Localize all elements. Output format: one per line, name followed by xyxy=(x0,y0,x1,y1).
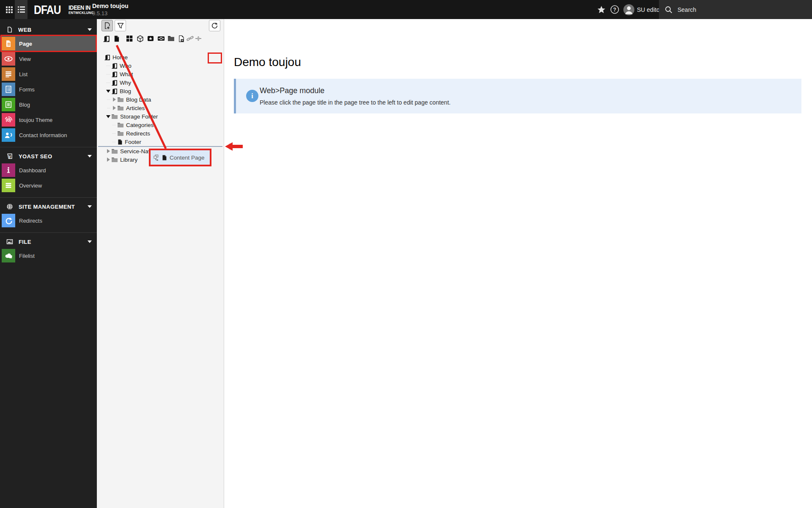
page-tree-panel: Columns ⌄ xyxy=(97,19,224,508)
expander-closed-icon[interactable] xyxy=(111,105,117,111)
drag-indicator-icon xyxy=(153,155,159,161)
eye-icon xyxy=(2,52,15,66)
sidebar-item-contact-information[interactable]: Contact Information xyxy=(0,127,97,143)
tree-node-blog-data[interactable]: Blog Data xyxy=(97,95,224,104)
forms-icon xyxy=(2,83,15,96)
sidebar-item-blog[interactable]: Blog xyxy=(0,97,97,112)
page-tree: Home Who What Why Blog Blog Data xyxy=(97,53,224,164)
module-sidebar: WEB Page View List Forms Blog to xyxy=(0,19,97,508)
tree-node-articles[interactable]: Articles xyxy=(97,104,224,112)
bars-icon xyxy=(2,179,15,192)
drag-ghost-content-page[interactable]: Content Page xyxy=(149,149,211,166)
expander-closed-icon[interactable] xyxy=(111,97,117,102)
refresh-button[interactable] xyxy=(209,20,220,31)
sidebar-item-toujou-theme[interactable]: toujou Theme xyxy=(0,112,97,127)
gallery-page-icon[interactable] xyxy=(157,35,165,42)
sidebar-item-redirects[interactable]: Redirects xyxy=(0,213,97,228)
callout-body: Please click the page title in the page … xyxy=(260,99,450,106)
new-page-button[interactable] xyxy=(102,20,113,31)
star-page-icon[interactable] xyxy=(147,35,154,42)
sidebar-item-page[interactable]: Page xyxy=(0,36,97,51)
section-header-file[interactable]: FILE xyxy=(0,235,97,248)
list-icon xyxy=(2,67,15,81)
drag-ghost-label: Content Page xyxy=(170,155,205,161)
module-menu-icon xyxy=(18,6,25,13)
shortcut-page-icon[interactable] xyxy=(178,35,184,42)
site-meta: Demo toujou 9.5.13 xyxy=(92,3,129,17)
sidebar-item-overview[interactable]: Overview xyxy=(0,178,97,193)
main-content: Demo toujou i Web>Page module Please cli… xyxy=(224,19,812,508)
folder-icon xyxy=(111,157,118,163)
section-header-yoast-seo[interactable]: y YOAST SEO xyxy=(0,150,97,163)
yoast-icon: y xyxy=(6,153,13,160)
svg-text:?: ? xyxy=(613,7,616,13)
page-module-icon xyxy=(2,37,15,50)
sidebar-item-list[interactable]: List xyxy=(0,66,97,82)
door-page-icon[interactable] xyxy=(103,35,110,42)
door-page-icon xyxy=(111,88,118,94)
filter-button[interactable] xyxy=(115,20,126,31)
tree-node-redirects[interactable]: Redirects xyxy=(97,129,224,138)
tree-node-footer[interactable]: Footer xyxy=(97,138,224,146)
tree-node-who[interactable]: Who xyxy=(97,61,224,70)
tree-node-categories[interactable]: Categories xyxy=(97,121,224,129)
refresh-icon xyxy=(211,22,218,29)
info-callout: i Web>Page module Please click the page … xyxy=(234,79,801,113)
search-icon xyxy=(665,6,672,14)
tree-node-home[interactable]: Home xyxy=(97,53,224,61)
filelist-cloud-icon xyxy=(2,249,15,262)
bookmark-star-icon[interactable] xyxy=(595,0,607,19)
apps-grid-icon[interactable] xyxy=(3,0,15,19)
expander-closed-icon[interactable] xyxy=(105,148,111,154)
expander-open-icon[interactable] xyxy=(105,88,111,94)
topbar: DFAU IDEEN IN ENTWICKLUNG Demo toujou 9.… xyxy=(0,0,812,19)
help-icon[interactable]: ? xyxy=(609,0,620,19)
tree-node-why[interactable]: Why xyxy=(97,78,224,87)
image-icon xyxy=(6,238,13,245)
expander-closed-icon[interactable] xyxy=(105,157,111,163)
cube-page-icon[interactable] xyxy=(137,35,144,42)
page-type-drag-row xyxy=(97,34,224,44)
svg-text:y: y xyxy=(8,154,11,159)
topbar-search[interactable]: Search xyxy=(659,0,812,19)
link-page-icon[interactable] xyxy=(187,35,194,42)
user-menu[interactable]: SU editor xyxy=(637,0,661,19)
content-page-icon xyxy=(162,155,167,161)
chevron-down-icon xyxy=(88,205,92,208)
chevron-down-icon xyxy=(88,28,92,31)
folder-page-icon[interactable] xyxy=(167,35,175,41)
chevron-down-icon xyxy=(88,155,92,157)
dfau-logo: DFAU IDEEN IN ENTWICKLUNG xyxy=(34,0,96,19)
redirect-arrow-icon xyxy=(2,214,15,227)
folder-icon xyxy=(117,122,124,128)
section-header-site-management[interactable]: SITE MANAGEMENT xyxy=(0,200,97,213)
sidebar-item-filelist[interactable]: Filelist xyxy=(0,248,97,263)
sidebar-item-forms[interactable]: Forms xyxy=(0,82,97,97)
sidebar-item-view[interactable]: View xyxy=(0,51,97,66)
section-header-web[interactable]: WEB xyxy=(0,23,97,36)
page-icon xyxy=(117,139,123,145)
new-page-icon xyxy=(104,22,111,29)
sidebar-item-dashboard[interactable]: Dashboard xyxy=(0,163,97,178)
door-page-icon xyxy=(104,54,110,61)
user-label: SU editor xyxy=(637,6,661,13)
site-title: Demo toujou xyxy=(92,3,129,9)
page-outline-icon xyxy=(6,26,13,33)
tree-node-what[interactable]: What xyxy=(97,70,224,78)
info-icon xyxy=(2,163,15,177)
blog-icon xyxy=(2,98,15,111)
section-divider xyxy=(0,232,97,233)
page-title: Demo toujou xyxy=(234,55,301,69)
logo-text: DFAU xyxy=(34,3,61,17)
grid-page-icon[interactable] xyxy=(126,35,133,42)
content-page-icon[interactable] xyxy=(113,35,120,42)
tree-node-storage-folder[interactable]: Storage Folder xyxy=(97,112,224,121)
divider-page-icon[interactable] xyxy=(195,35,202,42)
door-page-icon xyxy=(111,71,118,77)
tree-node-blog[interactable]: Blog xyxy=(97,87,224,95)
globe-icon xyxy=(6,203,13,210)
callout-title: Web>Page module xyxy=(260,86,324,95)
avatar[interactable] xyxy=(623,0,635,19)
expander-open-icon[interactable] xyxy=(105,113,111,119)
module-menu-button[interactable] xyxy=(15,0,27,19)
